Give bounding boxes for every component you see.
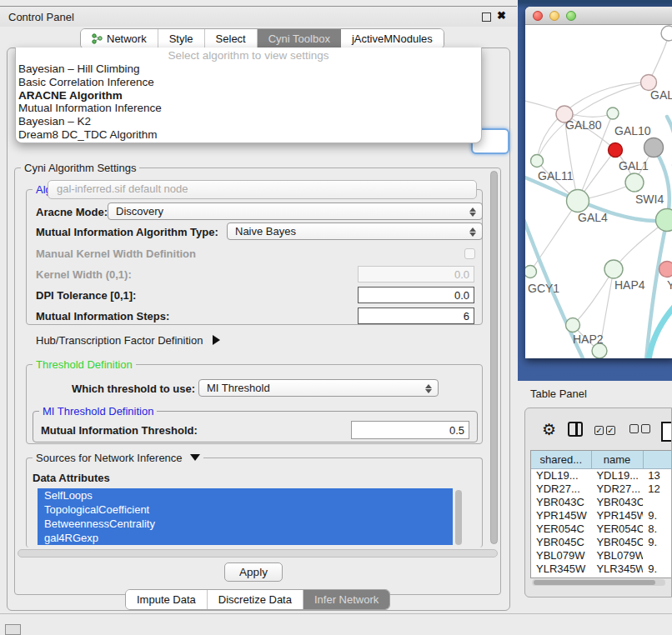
expander-collapsed-icon [213, 335, 220, 345]
algorithm-option[interactable]: ARACNE Algorithm [16, 89, 481, 102]
manual-kernel-label: Manual Kernel Width Definition [36, 248, 196, 260]
attributes-scrollbar[interactable] [455, 490, 462, 545]
data-attributes-list[interactable]: SelfLoopsTopologicalCoefficientBetweenne… [38, 488, 464, 548]
minimize-traffic-light-icon[interactable] [549, 11, 559, 21]
apply-button[interactable]: Apply [224, 562, 283, 582]
algorithm-option[interactable]: Bayesian – K2 [16, 115, 481, 128]
table-cell: YDL19... [591, 469, 643, 482]
tab-label: Discretize Data [218, 593, 292, 606]
network-node[interactable] [609, 143, 623, 158]
network-node-hap4[interactable] [604, 260, 623, 278]
algorithm-option[interactable]: Dream8 DC_TDC Algorithm [16, 128, 481, 142]
document-icon[interactable] [661, 422, 672, 442]
table-cell: YER054C [531, 522, 591, 536]
network-node[interactable] [661, 26, 672, 41]
table-cell [643, 496, 672, 509]
network-node-gcy1[interactable] [525, 266, 537, 278]
table-row[interactable]: YBR043CYBR043C [531, 496, 672, 509]
table-cell: YPR145W [531, 509, 591, 522]
column-header[interactable] [644, 451, 672, 468]
float-panel-icon[interactable] [482, 12, 491, 22]
network-node-gal11[interactable] [531, 155, 544, 168]
algorithm-dropdown-popup: Select algorithm to view settings Bayesi… [15, 48, 482, 143]
table-row[interactable]: YDL19...YDL19...13 [531, 469, 672, 482]
table-cell: 9. [643, 509, 672, 522]
tab-select[interactable]: Select [205, 29, 258, 48]
network-view-window[interactable]: GALGAL80GAL10GAL1GAL11GAL4SWI4GCY1HAP4YH… [525, 7, 672, 358]
cyni-settings-title: Cyni Algorithm Settings [21, 162, 139, 174]
algorithm-option[interactable]: Basic Correlation Inference [16, 76, 481, 89]
mi-threshold-field[interactable]: 0.5 [351, 421, 469, 439]
split-columns-icon[interactable] [568, 422, 583, 437]
mi-type-combobox[interactable]: Naive Bayes [227, 222, 483, 240]
deselect-all-checkboxes-icon[interactable] [629, 422, 653, 437]
network-node-y[interactable] [659, 262, 672, 278]
table-horizontal-scrollbar[interactable] [532, 579, 665, 586]
network-node-hap2[interactable] [566, 318, 580, 332]
column-header[interactable]: shared... [531, 451, 592, 468]
table-row[interactable]: YPR145WYPR145W9. [531, 509, 672, 522]
tab-label: Style [169, 32, 193, 45]
data-attribute-item[interactable]: BetweennessCentrality [38, 517, 453, 531]
stepper-arrows-icon [469, 206, 476, 218]
network-node-gal10[interactable] [607, 108, 619, 119]
table-row[interactable]: YDR27...YDR27...12 [531, 482, 672, 496]
close-panel-icon[interactable]: ✖ [497, 9, 506, 22]
attribute-table[interactable]: shared...name YDL19...YDL19...13YDR27...… [530, 450, 672, 578]
control-panel-titlebar: Control Panel [0, 6, 517, 27]
minimized-panel-button[interactable] [5, 624, 21, 635]
table-cell: 12 [643, 482, 672, 496]
hub-definition-expander[interactable]: Hub/Transcription Factor Definition [36, 334, 220, 347]
table-cell: YBR045C [591, 536, 643, 549]
tab-cyni-toolbox[interactable]: Cyni Toolbox [258, 29, 341, 48]
table-row[interactable]: YBL079WYBL079W [531, 549, 672, 562]
table-panel-title: Table Panel [530, 388, 587, 400]
table-row[interactable]: YER054CYER054C8. [531, 522, 672, 536]
close-traffic-light-icon[interactable] [533, 11, 543, 21]
node-label: GAL [650, 88, 672, 102]
algorithm-option[interactable]: Bayesian – Hill Climbing [16, 62, 481, 76]
table-row[interactable]: YIL052CYIL052C9. [531, 576, 672, 578]
mi-steps-label: Mutual Information Steps: [36, 310, 169, 322]
tab-label: jActiveMNodules [352, 32, 433, 45]
table-row[interactable]: YBR045CYBR045C9. [531, 536, 672, 549]
table-cell: YDL19... [531, 469, 591, 482]
mi-steps-field[interactable]: 6 [358, 308, 474, 324]
aracne-mode-combobox[interactable]: Discovery [108, 202, 483, 220]
kernel-width-field[interactable]: 0.0 [358, 266, 474, 282]
tab-discretize-data[interactable]: Discretize Data [208, 590, 303, 609]
data-attribute-item[interactable]: gal4RGexp [38, 531, 453, 545]
network-combobox-occluded[interactable]: gal-inferred.sif default node [48, 180, 477, 199]
tab-jactivemnodules[interactable]: jActiveMNodules [341, 29, 444, 48]
algorithm-option[interactable]: Mutual Information Inference [16, 102, 481, 115]
table-cell: 13 [643, 469, 672, 482]
which-threshold-combobox[interactable]: MI Threshold [198, 379, 439, 397]
network-node-gal1[interactable] [625, 173, 644, 192]
network-node-gal4[interactable] [567, 190, 589, 212]
tab-infer-network[interactable]: Infer Network [303, 590, 389, 609]
network-node-swi4[interactable] [656, 209, 672, 232]
sources-title-row[interactable]: Sources for Network Inference [33, 452, 203, 464]
network-window-titlebar[interactable] [525, 7, 672, 25]
tab-network[interactable]: Network [81, 29, 158, 48]
settings-vertical-scrollbar[interactable] [490, 171, 498, 544]
dpi-tolerance-field[interactable]: 0.0 [358, 287, 474, 303]
mi-type-label: Mutual Information Algorithm Type: [36, 226, 218, 238]
column-header[interactable]: name [592, 451, 644, 468]
tab-impute-data[interactable]: Impute Data [126, 590, 208, 609]
dpi-tolerance-label: DPI Tolerance [0,1]: [36, 289, 136, 302]
settings-horizontal-scrollbar[interactable] [18, 549, 498, 558]
scrollbar-thumb[interactable] [534, 580, 655, 585]
network-canvas[interactable]: GALGAL80GAL10GAL1GAL11GAL4SWI4GCY1HAP4YH… [525, 25, 672, 358]
select-all-checkboxes-icon[interactable]: ✓✓ [594, 422, 618, 437]
tab-style[interactable]: Style [158, 29, 205, 48]
zoom-traffic-light-icon[interactable] [566, 11, 576, 21]
mi-type-value: Naive Bayes [235, 225, 296, 238]
threshold-definition-title: Threshold Definition [33, 358, 136, 371]
gear-icon[interactable]: ⚙ [542, 422, 556, 438]
network-node[interactable] [644, 138, 664, 158]
data-attribute-item[interactable]: TopologicalCoefficient [38, 502, 453, 517]
manual-kernel-checkbox[interactable] [464, 248, 475, 259]
data-attribute-item[interactable]: SelfLoops [38, 488, 453, 502]
table-row[interactable]: YLR345WYLR345W9. [531, 562, 672, 576]
